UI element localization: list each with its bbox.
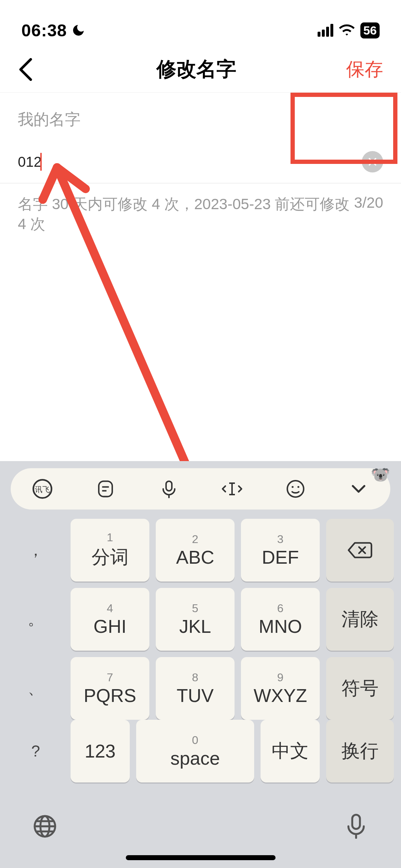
- signal-icon: [318, 24, 333, 37]
- battery-icon: 56: [360, 22, 380, 38]
- svg-rect-16: [352, 815, 360, 829]
- key-7-pqrs[interactable]: 7PQRS: [71, 657, 149, 720]
- key-9-wxyz[interactable]: 9WXYZ: [241, 657, 320, 720]
- home-indicator[interactable]: [126, 855, 276, 860]
- nav-bar: 修改名字 保存: [0, 46, 401, 93]
- key-backspace[interactable]: [326, 519, 394, 582]
- char-counter: 3/20: [354, 194, 383, 234]
- name-input[interactable]: 012: [18, 154, 42, 170]
- key-spaceb[interactable]: 0space: [136, 720, 255, 782]
- save-button[interactable]: 保存: [346, 57, 383, 82]
- key-4-ghi[interactable]: 4GHI: [71, 588, 149, 651]
- svg-point-11: [292, 486, 293, 488]
- key-2-abc[interactable]: 2ABC: [156, 519, 235, 582]
- name-input-row: 012: [0, 141, 401, 184]
- clipboard-button[interactable]: [75, 479, 136, 498]
- clear-button[interactable]: [362, 151, 383, 172]
- section-label: 我的名字: [0, 93, 401, 141]
- key-punct-period[interactable]: 。: [7, 588, 64, 651]
- key-3-def[interactable]: 3DEF: [241, 519, 320, 582]
- hint-row: 名字 30 天内可修改 4 次，2023-05-23 前还可修改 4 次 3/2…: [0, 194, 401, 234]
- svg-rect-3: [99, 481, 112, 496]
- moon-icon: [71, 23, 86, 37]
- cursor-move-button[interactable]: [202, 479, 262, 498]
- key-clear[interactable]: 清除: [326, 588, 394, 651]
- keyboard: 🐨 讯飞 ， 1分词 2ABC 3DEF 。 4GHI 5JKL 6MNO: [0, 461, 401, 868]
- ime-logo-button[interactable]: 讯飞: [12, 478, 73, 500]
- key-5-jkl[interactable]: 5JKL: [156, 588, 235, 651]
- status-bar: 06:38 56: [0, 0, 401, 46]
- back-button[interactable]: [18, 58, 46, 81]
- page-title: 修改名字: [156, 56, 236, 83]
- wifi-icon: [339, 22, 355, 38]
- globe-button[interactable]: [32, 813, 58, 841]
- key-1[interactable]: 1分词: [71, 519, 149, 582]
- svg-point-10: [287, 481, 304, 497]
- svg-rect-6: [166, 481, 172, 491]
- key-cnb[interactable]: 中文: [261, 720, 320, 782]
- dictation-button[interactable]: [343, 813, 369, 841]
- key-symbols[interactable]: 符号: [326, 657, 394, 720]
- key-6-mno[interactable]: 6MNO: [241, 588, 320, 651]
- text-cursor: [40, 153, 42, 171]
- key-123b[interactable]: 123: [71, 720, 130, 782]
- key-question2[interactable]: ?: [7, 720, 64, 782]
- key-enterb[interactable]: 换行: [326, 720, 394, 782]
- svg-text:讯飞: 讯飞: [35, 485, 50, 494]
- keyboard-toolbar: 讯飞: [11, 468, 390, 510]
- hint-text: 名字 30 天内可修改 4 次，2023-05-23 前还可修改 4 次: [18, 194, 354, 234]
- svg-point-12: [297, 486, 299, 488]
- status-time: 06:38: [21, 21, 67, 40]
- key-punct-comma[interactable]: ，: [7, 519, 64, 582]
- emoji-button[interactable]: [265, 479, 326, 498]
- key-punct-slash[interactable]: 、: [7, 657, 64, 720]
- voice-button[interactable]: [139, 479, 199, 498]
- key-8-tuv[interactable]: 8TUV: [156, 657, 235, 720]
- keyboard-mascot-icon[interactable]: 🐨: [371, 465, 390, 484]
